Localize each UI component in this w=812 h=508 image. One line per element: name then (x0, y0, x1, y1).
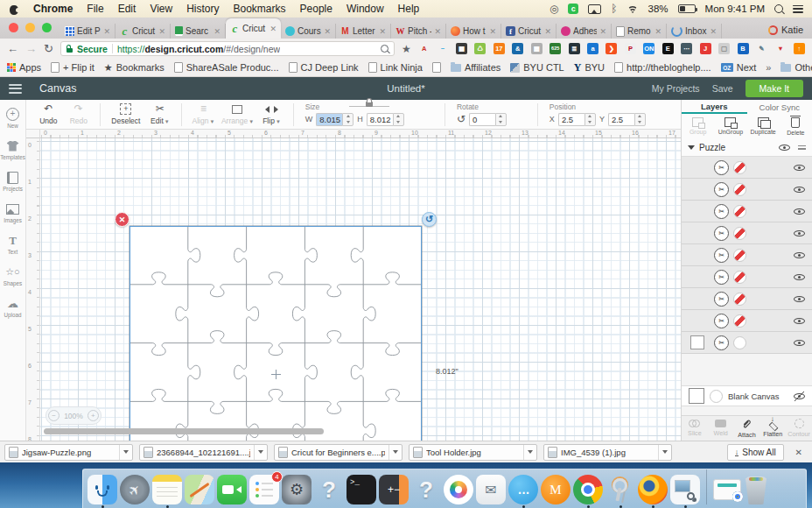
zoom-out-button[interactable]: − (48, 410, 60, 421)
main-menu-icon[interactable] (9, 84, 22, 94)
other-bookmarks[interactable]: Other Bookmarks (780, 62, 812, 73)
make-it-button[interactable]: Make It (746, 80, 803, 97)
bookmark-apps[interactable]: Apps (7, 62, 41, 73)
download-item[interactable]: Jigsaw-Puzzle.png (4, 444, 133, 461)
dock-chrome-icon[interactable] (573, 475, 603, 504)
height-stepper[interactable]: 8.012 (367, 113, 404, 126)
dock-maps-icon[interactable] (185, 475, 214, 504)
attach-button[interactable]: Attach (734, 416, 760, 441)
position-x-stepper[interactable]: 2.5 (558, 113, 596, 126)
dock-missing-app-icon[interactable]: ? (314, 475, 344, 504)
tab-close-icon[interactable]: ✕ (324, 27, 331, 36)
bookmarks-overflow-chevron[interactable]: » (766, 62, 771, 73)
zoom-page-icon[interactable] (381, 45, 388, 53)
spotlight-icon[interactable] (774, 4, 783, 13)
zoom-window-button[interactable] (42, 23, 52, 32)
back-button[interactable]: ← (7, 42, 18, 55)
extension-icon-20[interactable]: ↑ (794, 43, 805, 54)
dock-system-preferences-icon[interactable]: ⚙ (282, 475, 312, 504)
group-drag-handle-icon[interactable] (798, 145, 806, 150)
layer-row[interactable]: ✂ (682, 222, 812, 244)
cut-operation-icon[interactable]: ✂ (714, 226, 729, 241)
tab-close-icon[interactable]: ✕ (103, 27, 110, 36)
sidebar-item-shapes[interactable]: ☆○Shapes (0, 265, 26, 286)
layer-row[interactable]: ✂ (682, 179, 812, 201)
slice-button[interactable]: Slice (682, 416, 708, 441)
contour-button[interactable]: Contour (786, 416, 812, 441)
browser-tab[interactable]: Remo✕ (612, 24, 667, 39)
layer-visibility-icon[interactable] (794, 163, 805, 173)
layer-row[interactable]: ✂ (682, 288, 812, 310)
bookmark-bookmarks[interactable]: ★Bookmarks (104, 62, 164, 74)
bookmark-link-ninja[interactable]: Link Ninja (368, 62, 423, 73)
menu-bookmarks[interactable]: Bookmarks (234, 3, 286, 15)
sidebar-item-images[interactable]: Images (0, 202, 26, 223)
save-link[interactable]: Save (712, 83, 733, 94)
sidebar-item-templates[interactable]: Templates (0, 139, 26, 160)
extension-icon-19[interactable]: ▼ (774, 43, 786, 54)
download-item-menu-icon[interactable] (258, 450, 263, 454)
bookmark-cj-deep-link[interactable]: CJ Deep Link (289, 62, 359, 73)
layer-visibility-icon[interactable] (794, 272, 805, 282)
extension-icon-17[interactable]: B (738, 43, 749, 54)
extension-icon-7[interactable]: 625 (550, 43, 561, 54)
download-item[interactable]: 23668944_102121691....jpg (139, 444, 268, 461)
layer-visibility-icon[interactable] (794, 207, 805, 216)
extension-icon-15[interactable]: J (700, 43, 711, 54)
design-canvas[interactable]: ✕ ↺ 8.012" − 100% + (40, 138, 681, 441)
extension-icon-16[interactable]: ▢ (718, 43, 730, 54)
extension-icon-5[interactable]: & (512, 43, 523, 54)
tab-close-icon[interactable]: ✕ (489, 27, 496, 36)
download-item-menu-icon[interactable] (123, 450, 129, 454)
extension-icon-10[interactable]: ❯ (606, 43, 617, 54)
omnibox[interactable]: Secure https://design.cricut.com/#/desig… (60, 41, 395, 56)
flatten-button[interactable]: Flatten (760, 416, 786, 441)
download-item[interactable]: Cricut for Beginners e....png (274, 444, 402, 461)
wifi-icon[interactable] (627, 4, 639, 13)
deselect-button[interactable]: + Deselect (107, 103, 144, 125)
cut-operation-icon[interactable]: ✂ (714, 335, 729, 350)
cut-operation-icon[interactable]: ✂ (714, 248, 729, 263)
close-window-button[interactable] (9, 23, 18, 32)
dock-photos-icon[interactable] (444, 475, 473, 504)
extension-icon-9[interactable]: a (587, 43, 598, 54)
canvas-color-swatch[interactable] (710, 390, 723, 403)
layer-row[interactable]: ✂ (682, 201, 812, 222)
cut-operation-icon[interactable]: ✂ (714, 314, 729, 328)
browser-tab[interactable]: Inbox✕ (667, 24, 722, 39)
canvas-visibility-icon[interactable] (794, 392, 805, 401)
cut-operation-icon[interactable]: ✂ (714, 292, 729, 307)
sidebar-item-upload[interactable]: ☁↑Upload (0, 297, 26, 318)
flip-dropdown[interactable]: Flip▼ (256, 103, 287, 125)
dock-calculator-icon[interactable]: +− (379, 475, 409, 504)
extension-icon-6[interactable]: ▩ (531, 43, 542, 54)
extension-icon-3[interactable]: ♺ (474, 43, 486, 54)
tab-close-icon[interactable]: ✕ (544, 27, 551, 36)
extension-icon-13[interactable]: E (662, 43, 674, 54)
extension-icon-11[interactable]: P (625, 43, 636, 54)
c-app-status-icon[interactable]: c (568, 4, 578, 14)
dock-trash-icon[interactable] (744, 476, 768, 504)
profile-button[interactable]: Katie (763, 25, 812, 39)
extension-icon-8[interactable]: ≣ (569, 43, 580, 54)
minimize-window-button[interactable] (25, 23, 35, 32)
download-item-menu-icon[interactable] (528, 450, 533, 454)
browser-tab[interactable]: WPitch -✕ (391, 24, 446, 39)
tab-close-icon[interactable]: ✕ (158, 27, 165, 36)
delete-handle[interactable]: ✕ (115, 212, 130, 227)
tab-close-icon[interactable]: ✕ (434, 27, 441, 36)
browser-tab[interactable]: Cours✕ (281, 24, 336, 39)
tab-close-icon[interactable]: ✕ (599, 27, 606, 36)
duplicate-button[interactable]: Duplicate (747, 114, 780, 138)
aspect-lock[interactable] (349, 102, 389, 110)
jigsaw-puzzle-object[interactable] (40, 138, 681, 441)
rotate-handle[interactable]: ↺ (422, 212, 437, 227)
bookmark-http-thebloghelp-[interactable]: http://thebloghelp.... (614, 62, 711, 73)
panel-tab-layers[interactable]: Layers (682, 100, 747, 114)
battery-icon[interactable] (678, 4, 696, 13)
browser-tab[interactable]: MLetter✕ (336, 24, 391, 39)
dock-reminders-icon[interactable]: 4 (249, 475, 279, 504)
sync-status-icon[interactable]: ◎ (550, 3, 558, 15)
layer-color-swatch[interactable] (733, 293, 746, 306)
blank-canvas-row[interactable]: Blank Canvas (682, 385, 812, 406)
